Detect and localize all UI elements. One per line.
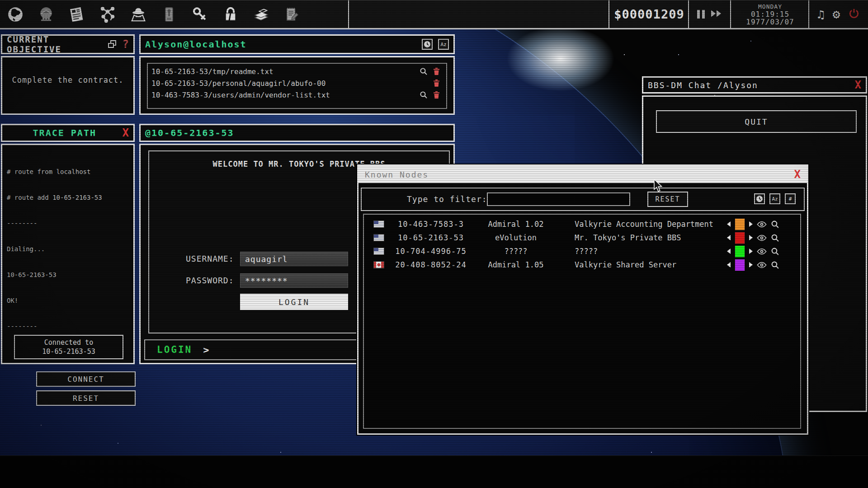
inspect-node-icon[interactable]: [771, 220, 779, 229]
view-file-icon[interactable]: [417, 67, 430, 75]
key-icon[interactable]: [189, 4, 210, 25]
known-nodes-title: Known Nodes: [365, 170, 429, 179]
node-list: 10-463-7583-3 Admiral 1.02 Valkyrie Acco…: [363, 214, 801, 429]
library-icon[interactable]: [250, 4, 272, 25]
connection-status: Connected to 10-65-2163-53: [14, 335, 123, 359]
contracts-icon[interactable]: [281, 4, 302, 25]
inspect-node-icon[interactable]: [771, 247, 779, 256]
delete-file-icon[interactable]: [430, 79, 443, 87]
clock-date: 1977/03/07: [746, 18, 794, 26]
delete-file-icon[interactable]: [430, 91, 443, 99]
country-flag-icon: [374, 235, 384, 241]
node-color-swatch[interactable]: [735, 259, 745, 271]
node-name: ?????: [561, 247, 727, 256]
news-icon[interactable]: [66, 4, 87, 25]
node-row[interactable]: 10-463-7583-3 Admiral 1.02 Valkyrie Acco…: [364, 217, 800, 231]
gear-icon[interactable]: ⚙: [832, 7, 840, 22]
node-row[interactable]: 20-408-8052-24 Admiral 1.05 Valkyrie Sha…: [364, 258, 800, 272]
view-file-icon[interactable]: [417, 91, 430, 99]
node-name: Valkyrie Shared Server: [561, 260, 727, 269]
username-field[interactable]: [240, 252, 348, 266]
file-manager-title: Alyson@localhost: [145, 39, 247, 50]
password-field[interactable]: [240, 273, 348, 288]
music-icon[interactable]: ♫: [817, 8, 825, 21]
node-row[interactable]: 10-704-4996-75 ????? ?????: [364, 244, 800, 258]
login-button[interactable]: LOGIN: [240, 294, 348, 310]
file-path: 10-463-7583-3/users/admin/vendor-list.tx…: [151, 91, 330, 99]
node-color-swatch[interactable]: [735, 232, 745, 244]
world-icon[interactable]: [5, 4, 26, 25]
bbs-title: @10-65-2163-53: [145, 127, 234, 138]
hacker-icon[interactable]: [127, 4, 149, 25]
node-color-swatch[interactable]: [735, 245, 745, 258]
watch-node-icon[interactable]: [757, 262, 767, 268]
close-icon[interactable]: X: [123, 127, 129, 138]
money-counter: $00001209: [609, 0, 689, 28]
help-icon[interactable]: ?: [123, 38, 129, 51]
power-icon[interactable]: [848, 8, 860, 21]
connect-button[interactable]: CONNECT: [36, 371, 136, 387]
color-next-icon[interactable]: [749, 262, 753, 267]
time-controls: [689, 0, 731, 28]
trace-line: --------: [7, 219, 129, 228]
color-prev-icon[interactable]: [727, 221, 731, 227]
color-prev-icon[interactable]: [727, 235, 731, 240]
filter-input[interactable]: [487, 192, 630, 206]
watch-node-icon[interactable]: [757, 248, 767, 255]
node-number: 10-704-4996-75: [391, 247, 471, 256]
close-icon[interactable]: X: [855, 80, 861, 90]
watch-node-icon[interactable]: [757, 221, 767, 228]
trace-line: --------: [7, 322, 129, 331]
trace-line: OK!: [7, 296, 129, 305]
delete-file-icon[interactable]: [430, 67, 443, 75]
status-line: Connected to: [44, 338, 93, 347]
node-client: Admiral 1.05: [471, 260, 561, 269]
color-next-icon[interactable]: [749, 249, 753, 254]
copy-icon[interactable]: [107, 40, 117, 49]
country-flag-icon: [374, 248, 384, 254]
color-next-icon[interactable]: [749, 235, 753, 240]
file-row[interactable]: 10-463-7583-3/users/admin/vendor-list.tx…: [151, 89, 443, 101]
cracked-lock-icon[interactable]: [220, 4, 241, 25]
sort-alpha-button[interactable]: Az: [438, 39, 449, 50]
fast-forward-icon[interactable]: [710, 9, 723, 19]
trace-body: # route from localhost # route add 10-65…: [1, 144, 135, 364]
node-client: eVolution: [471, 233, 561, 242]
trace-line: # route add 10-65-2163-53: [7, 193, 129, 202]
quit-button[interactable]: QUIT: [656, 110, 857, 133]
node-number: 10-463-7583-3: [391, 220, 471, 229]
file-row[interactable]: 10-65-2163-53/personal/aquagirl/abufo-00: [151, 77, 443, 89]
watch-node-icon[interactable]: [757, 235, 767, 241]
sort-time-button[interactable]: [422, 39, 433, 50]
chat-title: BBS-DM Chat /Alyson: [648, 80, 758, 90]
file-path: 10-65-2163-53/tmp/readme.txt: [151, 67, 274, 76]
inspect-node-icon[interactable]: [771, 261, 779, 269]
sort-number-button[interactable]: #: [785, 193, 796, 204]
country-flag-icon: [374, 262, 384, 268]
network-map-icon[interactable]: [97, 4, 118, 25]
file-manager-header: Alyson@localhost Az: [139, 34, 455, 54]
trace-line: 10-65-2163-53: [7, 271, 129, 279]
inspect-node-icon[interactable]: [771, 234, 779, 242]
reset-button[interactable]: RESET: [36, 390, 136, 406]
corporation-icon[interactable]: [35, 4, 57, 25]
color-prev-icon[interactable]: [727, 262, 731, 267]
file-row[interactable]: 10-65-2163-53/tmp/readme.txt: [151, 66, 443, 77]
keycard-icon[interactable]: [158, 4, 179, 25]
close-icon[interactable]: X: [794, 169, 801, 180]
filter-reset-button[interactable]: RESET: [647, 192, 688, 207]
sort-time-button[interactable]: [754, 193, 765, 204]
color-prev-icon[interactable]: [727, 249, 731, 254]
pause-icon[interactable]: [697, 10, 705, 19]
status-node: 10-65-2163-53: [42, 347, 95, 356]
color-next-icon[interactable]: [749, 221, 753, 227]
known-nodes-titlebar[interactable]: Known Nodes X: [359, 166, 807, 183]
sort-alpha-button[interactable]: Az: [769, 193, 780, 204]
toolbar-icon-group: [5, 0, 302, 28]
node-row[interactable]: 10-65-2163-53 eVolution Mr. Tokyo's Priv…: [364, 231, 800, 244]
bottom-strip: [0, 455, 868, 488]
game-screen: $00001209 MONDAY 01:19:15 1977/03/07 ♫ ⚙…: [0, 0, 868, 488]
prompt-text: LOGIN: [157, 344, 192, 355]
system-buttons: ♫ ⚙: [809, 0, 868, 28]
node-color-swatch[interactable]: [735, 218, 745, 230]
